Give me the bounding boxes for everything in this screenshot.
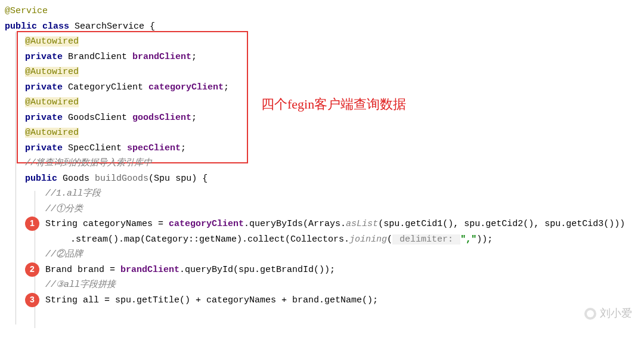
field-name: categoryClient [148,82,224,92]
step-bullet-3: 3 [25,293,39,307]
field-type: BrandClient [68,52,127,62]
param-hint: delimiter: [392,234,460,245]
field-type: SpecClient [68,143,122,153]
param-name: spu [175,174,191,184]
wechat-icon [584,308,596,320]
method-name: buildGoods [95,174,148,184]
code-text: .queryByIds(Arrays. [244,219,346,229]
comment: //③all字段拼接 [5,277,116,293]
field-name: specClient [127,143,181,153]
class-name: SearchService [75,21,144,32]
code-text: .stream().map(Category::getName).collect… [70,234,349,245]
watermark: 刘小爱 [584,304,632,323]
static-call: asList [346,219,378,229]
annotation-autowired: @Autowired [25,67,79,77]
code-text: String all = spu.getTitle() + categoryNa… [45,295,378,305]
code-line: //③all字段拼接 [5,277,639,293]
code-line: @Autowired [5,64,639,80]
annotation-autowired: @Autowired [25,128,79,138]
comment: //将查询到的数据导入索引库中 [5,156,152,171]
comment: //1.all字段 [5,186,101,202]
brace: { [150,21,155,32]
step-bullet-2: 2 [25,262,39,277]
step-bullet-1: 1 [25,217,39,231]
annotation-autowired: @Autowired [25,97,79,107]
code-line: public Goods buildGoods(Spu spu) { [5,171,639,187]
comment: //①分类 [5,202,83,217]
code-line: @Autowired [5,125,639,141]
code-text: Brand brand = [45,265,120,275]
semicolon: ; [191,52,197,62]
code-line: //②品牌 [5,247,639,262]
kw-public: public [5,21,37,32]
code-line: 2 Brand brand = brandClient.queryById(sp… [5,262,639,278]
field-type: CategoryClient [68,82,143,92]
semicolon: ; [224,82,229,92]
code-line: //1.all字段 [5,186,639,202]
code-line: //①分类 [5,202,639,217]
code-line: public class SearchService { [5,19,639,35]
code-line: .stream().map(Category::getName).collect… [5,232,639,248]
code-line: @Service [5,4,639,19]
kw-public: public [25,174,57,184]
semicolon: ; [191,113,197,123]
field-type: GoodsClient [68,113,127,123]
static-call: joining [349,234,387,245]
param-type: Spu [154,174,170,184]
code-text: (spu.getCid1(), spu.getCid2(), spu.getCi… [378,219,625,229]
brace: { [202,174,208,184]
code-line: 1 String categoryNames = categoryClient.… [5,217,639,232]
field-ref: brandClient [120,265,179,275]
return-type: Goods [63,174,89,184]
field-name: goodsClient [132,113,191,123]
code-line: @Autowired [5,34,639,50]
code-line: private SpecClient specClient; [5,141,639,156]
field-name: brandClient [132,52,191,62]
kw-private: private [25,52,63,62]
code-line: 3 String all = spu.getTitle() + category… [5,293,639,308]
highlight-label: 四个fegin客户端查询数据 [261,93,406,115]
kw-private: private [25,143,63,153]
annotation-service: @Service [5,6,48,16]
code-line: //将查询到的数据导入索引库中 [5,156,639,171]
code-line: private BrandClient brandClient; [5,50,639,65]
watermark-text: 刘小爱 [600,304,632,323]
code-text: .queryById(spu.getBrandId()); [179,265,335,275]
paren: ( [387,234,392,245]
field-ref: categoryClient [169,219,244,229]
kw-private: private [25,82,63,92]
code-text: String categoryNames = [45,219,169,229]
code-text: )); [476,234,493,245]
string-literal: "," [460,234,476,245]
kw-private: private [25,113,63,123]
kw-class: class [42,21,69,32]
comment: //②品牌 [5,247,83,262]
semicolon: ; [181,143,186,153]
annotation-autowired: @Autowired [25,36,79,47]
